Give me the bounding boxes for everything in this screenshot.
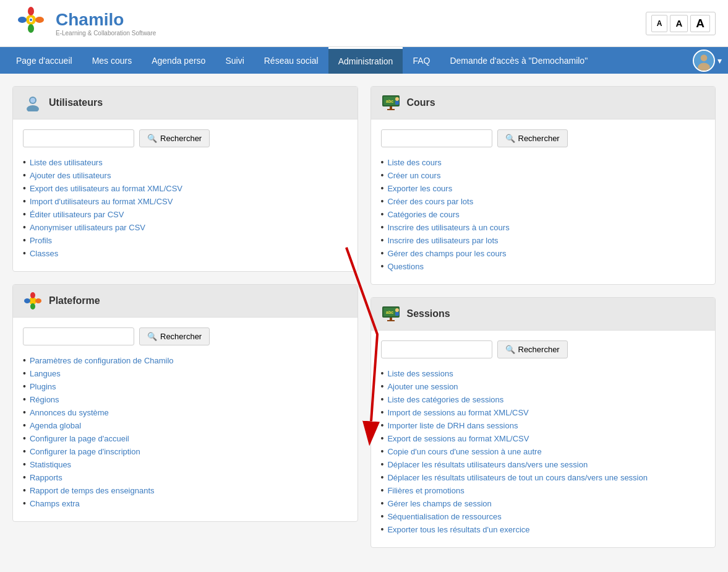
nav-right-area: ▾: [693, 50, 722, 72]
link-deplacer-resultats[interactable]: Déplacer les résultats utilisateurs dans…: [387, 460, 588, 469]
font-small-button[interactable]: A: [651, 15, 668, 32]
link-rapports[interactable]: Rapports: [30, 473, 62, 482]
svg-text:abc: abc: [386, 99, 393, 103]
svg-point-12: [27, 105, 39, 111]
utilisateurs-search-button[interactable]: 🔍 Rechercher: [139, 129, 210, 147]
list-item: Champs extra: [23, 498, 348, 508]
link-export-xml-csv[interactable]: Export des utilisateurs au format XML/CS…: [30, 184, 182, 193]
link-ajouter-utilisateurs[interactable]: Ajouter des utilisateurs: [30, 171, 111, 180]
link-ajouter-session[interactable]: Ajouter une session: [387, 382, 458, 391]
link-exporter-resultats[interactable]: Exporter tous les résultats d'un exercic…: [387, 525, 529, 534]
list-item: Agenda global: [23, 420, 348, 430]
sessions-search-button[interactable]: 🔍 Rechercher: [497, 340, 568, 358]
list-item: Configurer la page d'accueil: [23, 433, 348, 443]
list-item: Configurer la page d'inscription: [23, 446, 348, 456]
list-item: Catégories de cours: [381, 209, 706, 219]
link-liste-sessions[interactable]: Liste des sessions: [387, 369, 453, 378]
list-item: Rapport de temps des enseignants: [23, 485, 348, 495]
link-categories-sessions[interactable]: Liste des catégories de sessions: [387, 395, 503, 404]
list-item: Anonymiser utilisateurs par CSV: [23, 222, 348, 232]
nav-home[interactable]: Page d'accueil: [6, 48, 82, 73]
link-inscrire-lots[interactable]: Inscrire des utilisateurs par lots: [387, 236, 498, 245]
list-item: Export de sessions au format XML/CSV: [381, 433, 706, 443]
link-classes[interactable]: Classes: [30, 249, 58, 258]
link-params-chamilo[interactable]: Paramètres de configuration de Chamilo: [30, 356, 174, 365]
font-medium-button[interactable]: A: [670, 15, 688, 32]
sessions-links: Liste des sessions Ajouter une session L…: [381, 368, 706, 534]
list-item: Classes: [23, 248, 348, 258]
nav-social[interactable]: Réseau social: [254, 48, 328, 73]
link-rapport-temps[interactable]: Rapport de temps des enseignants: [30, 486, 155, 495]
plateforme-search-row: 🔍 Rechercher: [23, 327, 348, 345]
nav-faq[interactable]: FAQ: [403, 48, 440, 73]
link-plugins[interactable]: Plugins: [30, 382, 56, 391]
link-liste-cours[interactable]: Liste des cours: [387, 158, 441, 167]
link-categories-cours[interactable]: Catégories de cours: [387, 210, 459, 219]
link-gerer-champs[interactable]: Gérer des champs pour les cours: [387, 249, 506, 258]
link-export-sessions[interactable]: Export de sessions au format XML/CSV: [387, 434, 529, 443]
list-item: Inscrire des utilisateurs par lots: [381, 235, 706, 245]
font-large-button[interactable]: A: [690, 15, 710, 32]
sessions-search-input[interactable]: [381, 340, 492, 358]
link-import-xml-csv[interactable]: Import d'utilisateurs au format XML/CSV: [30, 197, 173, 206]
nav-courses[interactable]: Mes cours: [82, 48, 142, 73]
cours-search-button[interactable]: 🔍 Rechercher: [497, 129, 568, 147]
link-sequentialisation[interactable]: Séquentialisation de ressources: [387, 512, 501, 521]
link-config-accueil[interactable]: Configurer la page d'accueil: [30, 434, 129, 443]
link-editer-csv[interactable]: Éditer utilisateurs par CSV: [30, 210, 124, 219]
link-creer-cours[interactable]: Créer un cours: [387, 171, 440, 180]
link-anonymiser-csv[interactable]: Anonymiser utilisateurs par CSV: [30, 223, 145, 232]
link-questions[interactable]: Questions: [387, 262, 424, 271]
list-item: Exporter tous les résultats d'un exercic…: [381, 524, 706, 534]
link-deplacer-resultats-cours[interactable]: Déplacer les résultats utilisateurs de t…: [387, 473, 648, 482]
list-item: Séquentialisation de ressources: [381, 511, 706, 521]
plateforme-search-button[interactable]: 🔍 Rechercher: [139, 327, 210, 345]
link-profils[interactable]: Profils: [30, 236, 52, 245]
list-item: Export des utilisateurs au format XML/CS…: [23, 183, 348, 193]
cours-search-input[interactable]: [381, 129, 492, 147]
link-inscrire-utilisateurs[interactable]: Inscrire des utilisateurs à un cours: [387, 223, 509, 232]
list-item: Liste des catégories de sessions: [381, 394, 706, 404]
link-gerer-champs-session[interactable]: Gérer les champs de session: [387, 499, 491, 508]
link-statistiques[interactable]: Statistiques: [30, 460, 71, 469]
plateforme-section: Plateforme 🔍 Rechercher Paramètres de co…: [12, 284, 358, 522]
list-item: Langues: [23, 368, 348, 378]
avatar-dropdown-arrow[interactable]: ▾: [717, 56, 722, 66]
link-filieres[interactable]: Filières et promotions: [387, 486, 464, 495]
link-regions[interactable]: Régions: [30, 395, 59, 404]
svg-rect-24: [387, 109, 395, 110]
link-agenda[interactable]: Agenda global: [30, 421, 81, 430]
link-liste-utilisateurs[interactable]: Liste des utilisateurs: [30, 158, 103, 167]
list-item: Déplacer les résultats utilisateurs dans…: [381, 459, 706, 469]
left-column: Utilisateurs 🔍 Rechercher Liste des util…: [12, 86, 358, 548]
svg-point-18: [24, 298, 30, 303]
list-item: Déplacer les résultats utilisateurs de t…: [381, 472, 706, 482]
plateforme-header: Plateforme: [13, 285, 358, 318]
link-creer-lots[interactable]: Créer des cours par lots: [387, 197, 473, 206]
utilisateurs-search-input[interactable]: [23, 129, 134, 147]
link-import-sessions[interactable]: Import de sessions au format XML/CSV: [387, 408, 528, 417]
nav-suivi[interactable]: Suivi: [215, 48, 254, 73]
link-exporter-cours[interactable]: Exporter les cours: [387, 184, 452, 193]
svg-point-16: [35, 298, 41, 303]
link-importer-drh[interactable]: Importer liste de DRH dans sessions: [387, 421, 518, 430]
plateforme-search-input[interactable]: [23, 327, 134, 345]
link-champs-extra[interactable]: Champs extra: [30, 499, 80, 508]
link-config-inscription[interactable]: Configurer la page d'inscription: [30, 447, 140, 456]
nav-agenda[interactable]: Agenda perso: [142, 48, 215, 73]
nav-demande[interactable]: Demande d'accès à "Demochamilo": [440, 48, 597, 73]
link-langues[interactable]: Langues: [30, 369, 61, 378]
svg-rect-30: [390, 318, 392, 320]
list-item: Import de sessions au format XML/CSV: [381, 407, 706, 417]
logo-tagline: E-Learning & Collaboration Software: [56, 30, 156, 37]
cours-body: 🔍 Rechercher Liste des cours Créer un co…: [371, 119, 716, 284]
utilisateurs-section: Utilisateurs 🔍 Rechercher Liste des util…: [12, 86, 358, 272]
list-item: Profils: [23, 235, 348, 245]
svg-rect-33: [395, 312, 399, 316]
nav-administration[interactable]: Administration: [328, 47, 403, 74]
user-avatar-button[interactable]: [693, 50, 715, 72]
link-annonces[interactable]: Annonces du système: [30, 408, 109, 417]
list-item: Copie d'un cours d'une session à une aut…: [381, 446, 706, 456]
list-item: Statistiques: [23, 459, 348, 469]
link-copie-cours[interactable]: Copie d'un cours d'une session à une aut…: [387, 447, 541, 456]
